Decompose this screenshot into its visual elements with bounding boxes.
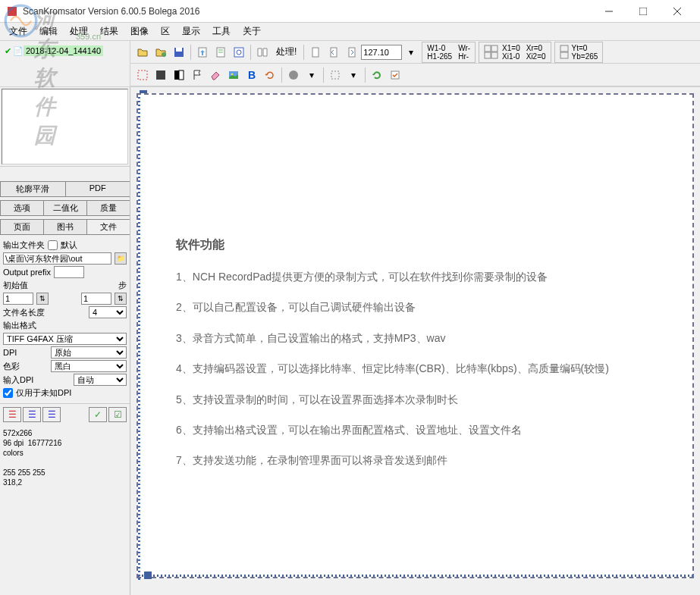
svg-rect-15: [312, 48, 319, 57]
maximize-button[interactable]: [626, 1, 660, 22]
open-file-icon[interactable]: [152, 44, 169, 61]
report-icon[interactable]: [212, 44, 229, 61]
tab-quality[interactable]: 质量: [86, 200, 130, 215]
svg-rect-1: [8, 7, 17, 16]
contrast-icon[interactable]: [171, 67, 187, 83]
initial-spinner[interactable]: ⇅: [36, 293, 49, 305]
svg-rect-20: [485, 52, 491, 58]
page-prev-icon[interactable]: [325, 44, 342, 61]
scrollbar-h[interactable]: [0, 166, 130, 178]
svg-rect-18: [485, 45, 491, 52]
dropdown-icon[interactable]: ▾: [303, 67, 320, 83]
color-label: 色彩: [3, 361, 20, 372]
dpi-label: DPI: [3, 348, 17, 357]
output-path-input[interactable]: [3, 252, 111, 265]
tab-options[interactable]: 选项: [0, 200, 44, 215]
fill-dark-icon[interactable]: [152, 67, 169, 83]
color-select[interactable]: 黑白: [51, 360, 127, 372]
titlebar: ScanKromsator Version 6.00.5 Bolega 2016: [0, 0, 700, 23]
svg-rect-24: [138, 70, 147, 80]
tab-binarize[interactable]: 二值化: [43, 200, 87, 215]
open-folder-icon[interactable]: [134, 44, 151, 61]
menu-tools[interactable]: 工具: [206, 23, 237, 39]
zoom-input[interactable]: [361, 45, 402, 60]
svg-rect-3: [639, 8, 647, 15]
apply-icon[interactable]: [387, 67, 403, 83]
sidebar: 轮廓平滑 PDF 选项 二值化 质量 页面 图书 文件 输出文件夹 默认 📁: [0, 87, 130, 595]
doc-line: 3、录音方式简单，自己设置输出的格式，支持MP3、wav: [176, 330, 670, 346]
process-button[interactable]: 处理!: [272, 44, 301, 60]
minimize-button[interactable]: [592, 1, 626, 22]
menu-file[interactable]: 文件: [3, 23, 33, 39]
canvas-area[interactable]: 软件功能 1、NCH RecordPad提供更方便的录制方式，可以在软件找到你需…: [130, 87, 700, 595]
menu-region[interactable]: 区: [155, 23, 176, 39]
flag-icon[interactable]: [189, 67, 206, 83]
menu-result[interactable]: 结果: [94, 23, 124, 39]
crop-icon[interactable]: [327, 67, 344, 83]
menu-about[interactable]: 关于: [237, 23, 267, 39]
svg-rect-23: [560, 52, 568, 58]
bold-icon[interactable]: B: [243, 67, 260, 83]
default-checkbox[interactable]: [48, 240, 58, 250]
coord-x-box: X1=0Xr=0 Xi1-0Xi2=0: [479, 42, 551, 63]
initial-label: 初始值: [3, 280, 28, 291]
export-icon[interactable]: [194, 44, 211, 61]
page-single-icon[interactable]: [307, 44, 324, 61]
dpi-select[interactable]: 原始: [51, 346, 127, 359]
list-view-1-icon[interactable]: ☰: [3, 407, 21, 422]
file-list[interactable]: [2, 89, 128, 164]
default-label: 默认: [61, 240, 77, 251]
tab-contour[interactable]: 轮廓平滑: [0, 181, 66, 196]
file-tab[interactable]: ✔ 📄 2018-12-04_144140: [3, 44, 127, 58]
check-list-icon[interactable]: ☑: [108, 407, 127, 422]
svg-rect-17: [349, 48, 355, 57]
circle-icon[interactable]: [285, 67, 302, 83]
check-all-icon[interactable]: ✓: [89, 407, 107, 422]
page-next-icon[interactable]: [344, 44, 360, 61]
list-view-3-icon[interactable]: ☰: [42, 407, 61, 422]
svg-point-6: [162, 52, 166, 57]
refresh-icon[interactable]: [369, 67, 385, 83]
file-name: 2018-12-04_144140: [24, 45, 103, 56]
step-spinner[interactable]: ⇅: [115, 293, 127, 305]
window-title: ScanKromsator Version 6.00.5 Bolega 2016: [23, 6, 592, 17]
list-view-2-icon[interactable]: ☰: [23, 407, 41, 422]
preview-icon[interactable]: [231, 44, 247, 61]
unknown-dpi-checkbox[interactable]: [3, 388, 13, 398]
dropdown2-icon[interactable]: ▾: [345, 67, 362, 83]
image-info: 572x266 96 dpi 16777216 colors 255 255 2…: [0, 425, 130, 490]
eraser-icon[interactable]: [207, 67, 224, 83]
ruler-left: [138, 95, 140, 580]
initial-input[interactable]: [3, 293, 33, 305]
input-dpi-label: 输入DPI: [3, 374, 33, 386]
check-icon: ✔: [5, 46, 11, 56]
save-icon[interactable]: [171, 44, 187, 61]
menu-edit[interactable]: 编辑: [33, 23, 64, 39]
doc-title: 软件功能: [176, 237, 670, 253]
svg-rect-13: [234, 48, 243, 57]
menu-view[interactable]: 显示: [176, 23, 206, 39]
tab-page[interactable]: 页面: [0, 219, 44, 234]
output-format-select[interactable]: TIFF G4FAX 压缩: [3, 333, 127, 345]
tab-pdf[interactable]: PDF: [65, 181, 131, 196]
ruler-marker-bottom[interactable]: [144, 572, 152, 579]
tab-file[interactable]: 文件: [86, 219, 130, 234]
doc-line: 1、NCH RecordPad提供更方便的录制方式，可以在软件找到你需要录制的设…: [176, 268, 670, 285]
step-input[interactable]: [81, 293, 111, 305]
tab-book[interactable]: 图书: [43, 219, 87, 234]
svg-rect-19: [491, 45, 498, 52]
rotate-icon[interactable]: [262, 67, 278, 83]
canvas-border: 软件功能 1、NCH RecordPad提供更方便的录制方式，可以在软件找到你需…: [137, 93, 694, 578]
menu-image[interactable]: 图像: [124, 23, 155, 39]
browse-button[interactable]: 📁: [115, 252, 127, 265]
input-dpi-select[interactable]: 自动: [74, 374, 127, 386]
select-rect-icon[interactable]: [134, 67, 151, 83]
book-icon[interactable]: [254, 44, 271, 61]
zoom-dropdown-icon[interactable]: ▾: [403, 44, 419, 61]
filename-length-select[interactable]: 4: [89, 306, 127, 318]
svg-rect-31: [331, 71, 339, 79]
output-prefix-input[interactable]: [54, 266, 84, 278]
menu-process[interactable]: 处理: [64, 23, 94, 39]
close-button[interactable]: [660, 1, 694, 22]
image-icon[interactable]: [225, 67, 242, 83]
